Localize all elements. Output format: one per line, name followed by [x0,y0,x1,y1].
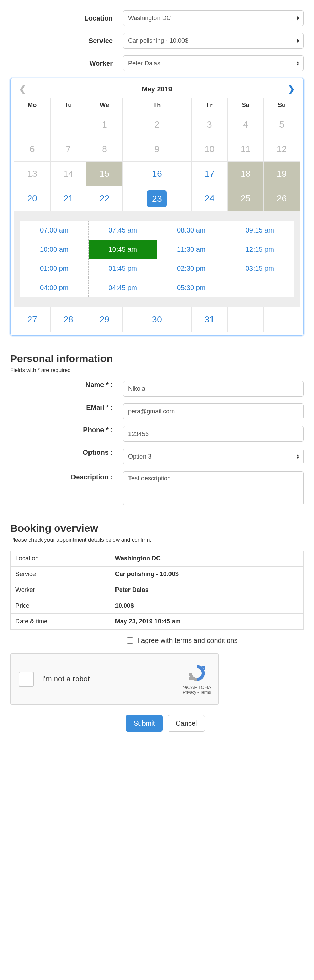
calendar-prev-icon[interactable]: ❮ [17,84,29,94]
time-slot[interactable]: 12:15 pm [226,240,295,259]
options-label: Options : [10,449,123,457]
time-slot[interactable]: 08:30 am [157,221,226,240]
recaptcha-checkbox[interactable] [19,671,34,687]
calendar-day: 19 [264,162,300,186]
overview-sub: Please check your appointment details be… [10,537,304,543]
personal-sub: Fields with * are required [10,367,304,374]
time-slot[interactable]: 01:00 pm [20,259,89,278]
cancel-button[interactable]: Cancel [168,715,205,732]
calendar-day: 4 [228,113,264,137]
calendar-day: 11 [228,137,264,162]
personal-heading: Personal information [10,353,304,364]
overview-value: May 23, 2019 10:45 am [110,614,303,630]
calendar-day[interactable]: 31 [191,307,228,332]
overview-key: Price [11,598,110,614]
calendar-day: 8 [86,137,123,162]
time-slot[interactable]: 07:45 am [89,221,157,240]
calendar-day: 1 [86,113,123,137]
calendar-day[interactable]: 16 [122,162,191,186]
calendar-day[interactable]: 24 [191,186,228,211]
calendar-day: 14 [50,162,86,186]
overview-key: Date & time [11,614,110,630]
calendar-day [14,113,51,137]
calendar-day[interactable]: 27 [14,307,51,332]
calendar-day: 7 [50,137,86,162]
email-label: EMail * : [10,404,123,411]
calendar-title: May 2019 [142,85,172,93]
recaptcha-text: I'm not a robot [42,675,90,684]
calendar-day: 3 [191,113,228,137]
calendar-dow: Sa [228,98,264,113]
calendar-grid: MoTuWeThFrSaSu 1234567891011121314151617… [14,98,300,332]
calendar-day: 9 [122,137,191,162]
name-label: Name * : [10,381,123,389]
overview-value: 10.00$ [110,598,303,614]
time-slot[interactable]: 09:15 am [226,221,295,240]
calendar-day: 2 [122,113,191,137]
calendar-day: 13 [14,162,51,186]
calendar-day: 18 [228,162,264,186]
time-slot-grid: 07:00 am07:45 am08:30 am09:15 am10:00 am… [20,221,294,298]
location-select[interactable]: Washington DC [123,10,304,26]
service-select[interactable]: Car polishing - 10.00$ [123,33,304,49]
calendar-day: 26 [264,186,300,211]
recaptcha-icon [187,664,206,683]
calendar-dow: Su [264,98,300,113]
calendar-day[interactable]: 30 [122,307,191,332]
time-slot[interactable]: 02:30 pm [157,259,226,278]
time-slot[interactable]: 04:00 pm [20,278,89,298]
calendar-day: 5 [264,113,300,137]
calendar-day: 25 [228,186,264,211]
calendar-day [50,113,86,137]
calendar-day[interactable]: 28 [50,307,86,332]
calendar-day[interactable]: 29 [86,307,123,332]
time-slot[interactable]: 07:00 am [20,221,89,240]
time-slot[interactable]: 05:30 pm [157,278,226,298]
time-slot-empty [226,278,295,298]
calendar-dow: Th [122,98,191,113]
description-textarea[interactable]: Test description [123,471,304,505]
calendar-day: 10 [191,137,228,162]
phone-label: Phone * : [10,426,123,434]
phone-input[interactable] [123,426,304,442]
time-slot[interactable]: 10:45 am [89,240,157,259]
worker-label: Worker [10,59,123,67]
time-slot[interactable]: 04:45 pm [89,278,157,298]
time-slot[interactable]: 10:00 am [20,240,89,259]
calendar-day: 6 [14,137,51,162]
calendar-day: 12 [264,137,300,162]
calendar-dow: We [86,98,123,113]
calendar-day [228,307,264,332]
calendar-day[interactable]: 23 [122,186,191,211]
recaptcha[interactable]: I'm not a robot reCAPTCHA Privacy - Term… [10,654,219,705]
calendar-day[interactable]: 20 [14,186,51,211]
recaptcha-badge: reCAPTCHA Privacy - Terms [182,664,211,695]
location-label: Location [10,14,123,22]
calendar-dow: Fr [191,98,228,113]
name-input[interactable] [123,381,304,397]
calendar-day [264,307,300,332]
overview-value: Peter Dalas [110,582,303,598]
description-label: Description : [10,471,123,481]
overview-value: Car polishing - 10.00$ [110,566,303,582]
overview-value: Washington DC [110,551,303,566]
terms-label: I agree with terms and conditions [137,637,238,644]
overview-key: Worker [11,582,110,598]
calendar: ❮ May 2019 ❯ MoTuWeThFrSaSu 123456789101… [10,78,304,336]
calendar-day[interactable]: 22 [86,186,123,211]
email-input[interactable] [123,404,304,419]
submit-button[interactable]: Submit [126,715,163,732]
calendar-day[interactable]: 21 [50,186,86,211]
calendar-dow: Tu [50,98,86,113]
time-slot[interactable]: 11:30 am [157,240,226,259]
overview-table: LocationWashington DCServiceCar polishin… [10,550,304,630]
terms-checkbox[interactable] [127,637,133,644]
worker-select[interactable]: Peter Dalas [123,56,304,71]
calendar-day[interactable]: 17 [191,162,228,186]
calendar-day: 15 [86,162,123,186]
options-select[interactable]: Option 3 [123,449,304,465]
calendar-dow: Mo [14,98,51,113]
calendar-next-icon[interactable]: ❯ [285,84,297,94]
time-slot[interactable]: 01:45 pm [89,259,157,278]
time-slot[interactable]: 03:15 pm [226,259,295,278]
